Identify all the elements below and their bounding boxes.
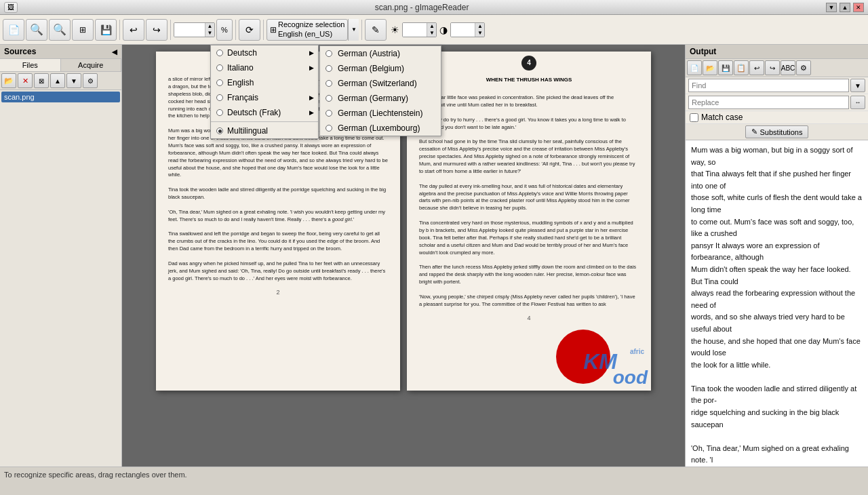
substitutions-label: Substitutions: [760, 128, 803, 136]
zoom-spinner[interactable]: 270.0 ▲ ▼: [174, 22, 215, 37]
rotate-button[interactable]: ⟳: [239, 19, 260, 41]
replace-btn[interactable]: ↔: [850, 96, 865, 109]
left-panel: Sources ◀ Files Acquire 📂 ✕ ⊠ ▲ ▼ ⚙ scan…: [0, 45, 122, 467]
submenu-label-2: German (Switzerland): [338, 79, 417, 88]
submenu-radio-0: [326, 50, 332, 57]
minimize-button[interactable]: ▼: [826, 3, 837, 12]
find-down-btn[interactable]: ▼: [850, 79, 865, 92]
output-save-btn[interactable]: 💾: [718, 60, 733, 75]
substitutions-icon: ✎: [751, 127, 757, 136]
output-toolbar: 📄 📂 💾 📋 ↩ ↪ ABC ⚙: [686, 59, 868, 77]
brightness-up[interactable]: ▲: [427, 23, 436, 30]
recognize-dropdown-button[interactable]: ▼: [348, 19, 359, 41]
new-button[interactable]: 📄: [3, 19, 24, 41]
sources-tabs[interactable]: Files Acquire: [0, 59, 121, 72]
contrast-spinner[interactable]: 0 ▲ ▼: [450, 22, 485, 37]
output-undo-btn[interactable]: ↩: [749, 60, 764, 75]
sources-move-up-button[interactable]: ▲: [50, 73, 65, 88]
output-open-btn[interactable]: 📂: [703, 60, 717, 75]
replace-row: ↔: [686, 94, 868, 111]
submenu-item-3[interactable]: German (Germany): [320, 91, 441, 106]
status-bar: To recognize specific areas, drag rectan…: [0, 467, 868, 481]
submenu-item-1[interactable]: German (Belgium): [320, 61, 441, 76]
brightness-spinner[interactable]: 0 ▲ ▼: [402, 22, 437, 37]
page-4-number: 4: [521, 56, 536, 71]
zoom-value[interactable]: 270.0: [174, 23, 205, 37]
lang-item-italiano[interactable]: Italiano: [211, 60, 318, 75]
sources-remove-button[interactable]: ✕: [18, 73, 33, 88]
right-panel: Output 📄 📂 💾 📋 ↩ ↪ ABC ⚙ ▼ ↔ Match case …: [685, 45, 868, 467]
redo-button[interactable]: ↪: [146, 19, 167, 41]
find-input[interactable]: [688, 79, 849, 92]
maximize-button[interactable]: ▲: [840, 3, 850, 12]
submenu-label-3: German (Germany): [338, 94, 408, 103]
output-text-content: Mum was a big woman, but big in a soggy …: [691, 146, 864, 467]
edit-button[interactable]: ✎: [365, 19, 387, 41]
match-case-label: Match case: [701, 113, 743, 122]
contrast-down[interactable]: ▼: [475, 30, 484, 37]
lang-label-multilingual: Multilingual: [227, 126, 268, 136]
lang-label-english: English: [227, 78, 254, 87]
match-case-checkbox[interactable]: [690, 113, 698, 122]
substitutions-button[interactable]: ✎ Substitutions: [745, 125, 809, 138]
lang-radio-francais: [216, 94, 223, 101]
title-bar-left-controls[interactable]: 🖼: [4, 2, 18, 13]
output-new-btn[interactable]: 📄: [687, 60, 702, 75]
zoom-down-button[interactable]: ▼: [205, 30, 214, 37]
file-item-scan[interactable]: scan.png: [1, 92, 120, 102]
zoom-spinner-buttons[interactable]: ▲ ▼: [205, 23, 214, 37]
lang-item-english[interactable]: English: [211, 75, 318, 90]
watermark-km: KM: [583, 346, 617, 377]
zoom-out-button[interactable]: 🔍: [26, 19, 47, 41]
lang-radio-italiano: [216, 64, 223, 71]
lang-radio-english: [216, 79, 223, 86]
submenu-radio-1: [326, 65, 332, 72]
contrast-value[interactable]: 0: [451, 23, 475, 37]
submenu-item-2[interactable]: German (Switzerland): [320, 76, 441, 91]
toolbar-separator-3: [235, 20, 236, 40]
lang-menu-separator: [211, 121, 318, 122]
output-text[interactable]: Mum was a big woman, but big in a soggy …: [686, 140, 868, 467]
zoom-fit-button[interactable]: ⊞: [72, 19, 94, 41]
recognize-icon: ⊞: [270, 25, 277, 35]
save-button[interactable]: 💾: [95, 19, 117, 41]
recognize-button[interactable]: ⊞ Recognize selection English (en_US): [267, 19, 348, 41]
toolbar-separator-5: [361, 20, 362, 40]
sources-clear-button[interactable]: ⊠: [34, 73, 49, 88]
lang-item-francais[interactable]: Français: [211, 90, 318, 105]
tab-files[interactable]: Files: [0, 59, 61, 71]
submenu-label-5: German (Luxembourg): [338, 123, 420, 133]
output-redo-btn[interactable]: ↪: [765, 60, 780, 75]
sources-options-button[interactable]: ⚙: [83, 73, 98, 88]
lang-item-multilingual[interactable]: Multilingual: [211, 123, 318, 138]
brightness-down[interactable]: ▼: [427, 30, 436, 37]
lang-item-deutsch-frak[interactable]: Deutsch (Frak): [211, 105, 318, 120]
lang-label-francais: Français: [227, 93, 258, 102]
submenu-item-4[interactable]: German (Liechtenstein): [320, 106, 441, 121]
contrast-up[interactable]: ▲: [475, 23, 484, 30]
zoom-percent-button[interactable]: %: [216, 19, 233, 41]
recognize-area: ⊞ Recognize selection English (en_US) ▼: [267, 19, 359, 41]
replace-input[interactable]: [688, 96, 849, 109]
submenu-item-0[interactable]: German (Austria): [320, 46, 441, 61]
undo-button[interactable]: ↩: [123, 19, 144, 41]
output-copy-btn[interactable]: 📋: [734, 60, 749, 75]
zoom-up-button[interactable]: ▲: [205, 23, 214, 30]
zoom-in-button[interactable]: 🔍: [49, 19, 71, 41]
window-title: scan.png - gImageReader: [18, 3, 826, 12]
title-bar-right-controls[interactable]: ▼ ▲ ✕: [826, 3, 864, 12]
close-button[interactable]: ✕: [853, 3, 864, 12]
brightness-value[interactable]: 0: [403, 23, 427, 37]
lang-radio-deutsch: [216, 50, 223, 56]
lang-label-deutsch-frak: Deutsch (Frak): [227, 108, 281, 117]
submenu-item-5[interactable]: German (Luxembourg): [320, 121, 441, 136]
sources-collapse-icon[interactable]: ◀: [112, 48, 117, 56]
recognize-button-group[interactable]: ⊞ Recognize selection English (en_US) ▼: [267, 19, 359, 41]
lang-item-deutsch[interactable]: Deutsch: [211, 45, 318, 60]
output-settings-btn[interactable]: ⚙: [796, 60, 811, 75]
recognize-line1: Recognize selection: [278, 20, 344, 29]
tab-acquire[interactable]: Acquire: [61, 59, 122, 71]
output-spell-btn[interactable]: ABC: [781, 60, 795, 75]
sources-add-button[interactable]: 📂: [1, 73, 16, 88]
sources-move-down-button[interactable]: ▼: [66, 73, 81, 88]
